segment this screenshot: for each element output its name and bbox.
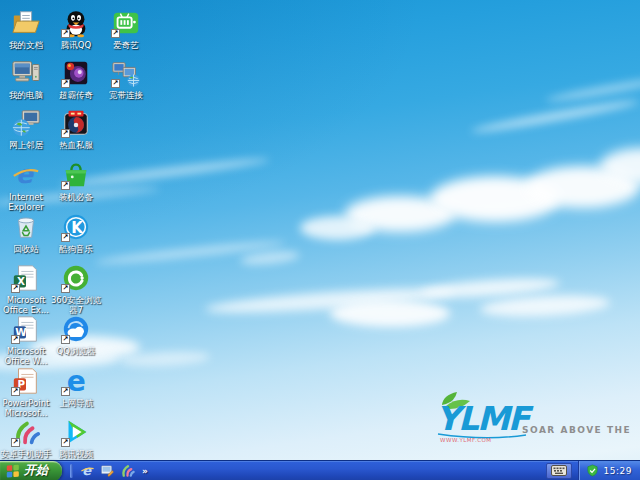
quick-launch-media-swoosh[interactable] [120, 463, 135, 478]
word-icon: W↗ [11, 314, 41, 344]
powerpoint-icon: P↗ [11, 366, 41, 396]
desktop-icon-label: 宽带连接 [98, 90, 154, 100]
svg-text:e: e [82, 463, 92, 478]
desktop-icon-qq[interactable]: ↗ 腾讯QQ [52, 8, 100, 58]
desktop-icon-label: Microsoft Office Ex... [0, 295, 54, 315]
iqiyi-icon: ↗ [111, 8, 141, 38]
desktop-icon-label: 安卓手机助手 [0, 449, 54, 459]
desktop-icon-label: QQ浏览器 [48, 346, 104, 356]
language-bar[interactable] [546, 463, 572, 479]
desktop-icon-label: 腾讯QQ [48, 40, 104, 50]
keyboard-icon [551, 465, 567, 476]
network-places-icon [11, 108, 41, 138]
shortcut-arrow-icon: ↗ [11, 335, 20, 344]
desktop: 我的文档 ↗ 腾讯QQ ↗ 爱奇艺 我的电脑 ↗ 超霸传奇 ↗ 宽带连接 网上邻… [0, 0, 640, 480]
desktop-icon-qq-browser[interactable]: ↗ QQ浏览器 [52, 314, 100, 364]
desktop-icon-browser360[interactable]: ↗ 360安全浏览器7 [52, 263, 100, 313]
svg-text:e: e [16, 160, 35, 189]
desktop-icon-ie[interactable]: e Internet Explorer [2, 160, 50, 210]
ie-icon: e [11, 160, 41, 190]
desktop-icon-label: 酷狗音乐 [48, 244, 104, 254]
recycle-bin-icon [11, 212, 41, 242]
desktop-icon-network-places[interactable]: 网上邻居 [2, 108, 50, 158]
taskbar: 开始 e» [0, 460, 640, 480]
nav-e-icon: e↗ [61, 366, 91, 396]
desktop-icon-label: 上网导航 [48, 398, 104, 408]
ylmf-logo: YLMF SOAR ABOVE THE SKY WWW.YLMF.COM [430, 392, 630, 450]
shortcut-arrow-icon: ↗ [11, 438, 20, 447]
shortcut-arrow-icon: ↗ [11, 387, 20, 396]
shortcut-arrow-icon: ↗ [111, 29, 120, 38]
my-documents-icon [11, 8, 41, 38]
desktop-icon-nav-e[interactable]: e↗ 上网导航 [52, 366, 100, 416]
private-server-icon: ↗ [61, 108, 91, 138]
quick-launch-overflow-chevron[interactable]: » [142, 466, 148, 476]
desktop-icon-label: 超霸传奇 [48, 90, 104, 100]
desktop-icon-word[interactable]: W↗ Microsoft Office W... [2, 314, 50, 364]
ylmf-url-text: WWW.YLMF.COM [440, 437, 492, 443]
tencent-video-icon: ↗ [61, 417, 91, 447]
clock[interactable]: 15:29 [604, 466, 632, 476]
desktop-icon-label: PowerPoint Microsof... [0, 398, 54, 418]
shortcut-arrow-icon: ↗ [61, 29, 70, 38]
desktop-icon-iqiyi[interactable]: ↗ 爱奇艺 [102, 8, 150, 58]
ylmf-brand-text: YLMF [436, 399, 534, 438]
desktop-icon-label: Microsoft Office W... [0, 346, 54, 366]
cloud [300, 216, 375, 240]
shortcut-arrow-icon: ↗ [11, 284, 20, 293]
my-computer-icon [11, 58, 41, 88]
shortcut-arrow-icon: ↗ [61, 181, 70, 190]
start-label: 开始 [24, 462, 48, 479]
qq-browser-icon: ↗ [61, 314, 91, 344]
shortcut-arrow-icon: ↗ [61, 233, 70, 242]
desktop-icon-broadband[interactable]: ↗ 宽带连接 [102, 58, 150, 108]
shortcut-arrow-icon: ↗ [61, 438, 70, 447]
legend-game-icon: ↗ [61, 58, 91, 88]
software-bag-icon: ↗ [61, 160, 91, 190]
shortcut-arrow-icon: ↗ [61, 79, 70, 88]
shortcut-arrow-icon: ↗ [61, 284, 70, 293]
ylmf-tagline-text: SOAR ABOVE THE SKY [522, 425, 630, 435]
quick-launch-show-desktop[interactable] [100, 463, 115, 478]
desktop-icon-private-server[interactable]: ↗ 热血私服 [52, 108, 100, 158]
desktop-icon-label: 我的文档 [0, 40, 54, 50]
desktop-icon-label: 腾讯视频 [48, 449, 104, 459]
desktop-icon-excel[interactable]: X↗ Microsoft Office Ex... [2, 263, 50, 313]
green-shield-icon[interactable] [586, 464, 599, 477]
desktop-icon-powerpoint[interactable]: P↗ PowerPoint Microsof... [2, 366, 50, 416]
svg-text:K: K [71, 219, 84, 237]
desktop-icon-label: 装机必备 [48, 192, 104, 202]
phone-assistant-icon: ↗ [11, 417, 41, 447]
desktop-icon-kugou[interactable]: K↗ 酷狗音乐 [52, 212, 100, 262]
desktop-icon-my-documents[interactable]: 我的文档 [2, 8, 50, 58]
desktop-icon-legend-game[interactable]: ↗ 超霸传奇 [52, 58, 100, 108]
desktop-icon-label: 爱奇艺 [98, 40, 154, 50]
windows-flag-icon [6, 464, 20, 478]
desktop-icon-label: 网上邻居 [0, 140, 54, 150]
system-tray: 15:29 [578, 461, 640, 480]
shortcut-arrow-icon: ↗ [61, 129, 70, 138]
desktop-icon-recycle-bin[interactable]: 回收站 [2, 212, 50, 262]
broadband-icon: ↗ [111, 58, 141, 88]
cloud [330, 300, 450, 327]
browser360-icon: ↗ [61, 263, 91, 293]
desktop-icon-label: 回收站 [0, 244, 54, 254]
desktop-icon-label: 360安全浏览器7 [48, 295, 104, 315]
excel-icon: X↗ [11, 263, 41, 293]
shortcut-arrow-icon: ↗ [61, 335, 70, 344]
desktop-icon-software-bag[interactable]: ↗ 装机必备 [52, 160, 100, 210]
start-button[interactable]: 开始 [0, 461, 62, 480]
desktop-icon-label: Internet Explorer [0, 192, 54, 212]
desktop-icon-label: 热血私服 [48, 140, 104, 150]
qq-icon: ↗ [61, 8, 91, 38]
desktop-icon-label: 我的电脑 [0, 90, 54, 100]
desktop-icon-my-computer[interactable]: 我的电脑 [2, 58, 50, 108]
shortcut-arrow-icon: ↗ [61, 387, 70, 396]
quick-launch-handle[interactable] [70, 464, 73, 478]
shortcut-arrow-icon: ↗ [111, 79, 120, 88]
quick-launch-ie-small[interactable]: e [80, 463, 95, 478]
quick-launch-bar: e» [70, 463, 148, 478]
kugou-icon: K↗ [61, 212, 91, 242]
